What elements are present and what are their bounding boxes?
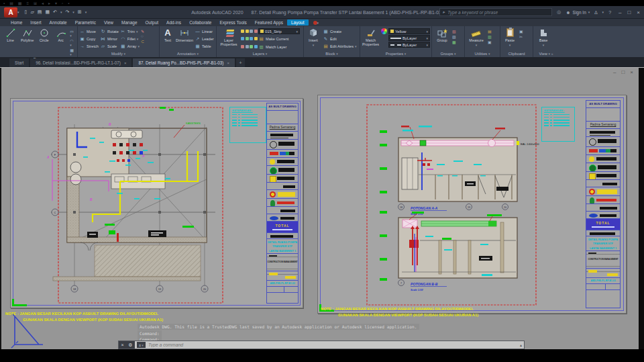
os-icon[interactable]: ◂ bbox=[42, 1, 44, 5]
os-icon[interactable]: ▸ bbox=[48, 1, 50, 5]
drawing-area[interactable]: – □ × bbox=[0, 67, 644, 349]
new-icon[interactable]: ▯ bbox=[25, 9, 28, 15]
close-tab-icon[interactable]: × bbox=[227, 61, 229, 65]
autocad-logo[interactable]: A bbox=[4, 7, 17, 17]
panel-label-modify[interactable]: Modify ▾ bbox=[78, 51, 159, 57]
match-layer-tool[interactable]: ▥Match Layer bbox=[258, 43, 286, 50]
tab-featured-apps[interactable]: Featured Apps bbox=[251, 19, 287, 26]
trim-tool[interactable]: ✂Trim▾ bbox=[120, 28, 140, 35]
tab-home[interactable]: Home bbox=[7, 19, 26, 26]
os-icon[interactable]: ▫ bbox=[62, 1, 63, 5]
edit-attributes-tool[interactable]: ▤Edit Attributes▾ bbox=[323, 42, 357, 50]
layer-properties-tool[interactable]: Layer Properties bbox=[218, 28, 239, 47]
redo-caret-icon[interactable]: ▾ bbox=[72, 10, 74, 14]
close-tab-icon[interactable]: × bbox=[124, 61, 127, 65]
app-store-caret-icon[interactable]: ▾ bbox=[602, 10, 604, 14]
paste-tool[interactable]: Paste ▾ bbox=[502, 28, 518, 47]
layer-on-icon[interactable] bbox=[241, 30, 244, 33]
app-store-icon[interactable]: ∆ bbox=[594, 10, 597, 15]
group-tool[interactable]: Group bbox=[433, 28, 451, 42]
dimension-tool[interactable]: Dimension bbox=[176, 28, 193, 42]
file-tab-start[interactable]: Start bbox=[9, 58, 29, 67]
qat-customize-icon[interactable]: ▾ bbox=[85, 10, 87, 14]
measure-tool[interactable]: Measure ▾ bbox=[466, 28, 486, 47]
plot-icon[interactable]: ▦ bbox=[45, 9, 50, 15]
tab-view[interactable]: View bbox=[100, 19, 117, 26]
base-tool[interactable]: Base ▾ bbox=[535, 28, 552, 47]
rotate-tool[interactable]: ↻Rotate bbox=[100, 28, 119, 35]
os-icon[interactable]: ≡ bbox=[26, 1, 29, 5]
doc-minimize-button[interactable]: – bbox=[613, 69, 616, 75]
layer-dropdown[interactable]: 015_Strip ▾ bbox=[258, 28, 300, 34]
os-icon[interactable]: ▪ bbox=[68, 1, 69, 5]
command-input[interactable] bbox=[146, 343, 520, 347]
sign-in-caret-icon[interactable]: ▾ bbox=[588, 10, 590, 14]
undo-icon[interactable]: ↶ bbox=[53, 9, 57, 15]
rectangle-icon[interactable]: ▭ ▾ bbox=[70, 29, 76, 38]
table-tool[interactable]: ▦Table bbox=[195, 42, 214, 50]
panel-label-properties[interactable]: Properties ▾ bbox=[360, 51, 431, 57]
panel-label-annotation[interactable]: Annotation ▾ bbox=[160, 51, 216, 57]
os-icon[interactable]: ▦ bbox=[18, 1, 22, 5]
layer-lock-icon[interactable] bbox=[250, 30, 253, 33]
doc-close-button[interactable]: × bbox=[630, 69, 633, 75]
tab-parametric[interactable]: Parametric bbox=[71, 19, 100, 26]
new-tab-button[interactable]: + bbox=[236, 58, 245, 67]
restore-button[interactable]: □ bbox=[627, 9, 631, 15]
offset-icon[interactable]: ⊂ bbox=[141, 39, 144, 44]
sign-in[interactable]: ☻ Sign In ▾ bbox=[566, 10, 590, 15]
ellipse-icon[interactable]: ◠ ▾ bbox=[70, 38, 76, 47]
arc-tool[interactable]: Arc bbox=[53, 28, 68, 42]
layer-icon[interactable] bbox=[246, 45, 249, 48]
layer-icon[interactable] bbox=[254, 45, 258, 48]
tab-layout[interactable]: Layout bbox=[287, 19, 309, 26]
tab-express-tools[interactable]: Express Tools bbox=[215, 19, 250, 26]
erase-icon[interactable]: ✎ bbox=[141, 29, 144, 34]
copy-tool[interactable]: ▣Copy bbox=[79, 35, 99, 42]
fillet-tool[interactable]: ◠Fillet▾ bbox=[120, 35, 140, 42]
minimize-button[interactable]: – bbox=[619, 9, 621, 15]
array-tool[interactable]: ▦Array▾ bbox=[120, 42, 140, 50]
tab-collaborate[interactable]: Collaborate bbox=[185, 19, 215, 26]
match-properties-tool[interactable]: Match Properties bbox=[362, 28, 380, 47]
panel-label-clipboard[interactable]: Clipboard bbox=[500, 51, 533, 57]
os-icon[interactable]: ▤ bbox=[9, 1, 13, 5]
stretch-tool[interactable]: →Stretch bbox=[79, 42, 99, 50]
id-point-icon[interactable]: ▣ bbox=[488, 40, 492, 44]
doc-restore-button[interactable]: □ bbox=[621, 69, 625, 75]
help-icon[interactable]: ? bbox=[608, 10, 611, 15]
lineweight-dropdown[interactable]: ByLayer ▾ bbox=[388, 35, 430, 41]
layer-icon[interactable] bbox=[250, 45, 253, 48]
group-select-icon[interactable]: ▩ bbox=[452, 40, 456, 44]
hatch-icon[interactable]: ▦ ▾ bbox=[70, 48, 76, 56]
ungroup-icon[interactable]: ▧ bbox=[452, 29, 456, 34]
create-block-tool[interactable]: ▦Create bbox=[323, 28, 357, 35]
edit-block-tool[interactable]: ✎Edit bbox=[323, 35, 357, 42]
group-edit-icon[interactable]: ▨ bbox=[452, 34, 456, 39]
workspace-icon[interactable]: ⊞ bbox=[78, 9, 82, 15]
search-arrow-icon[interactable]: ▸ bbox=[443, 9, 445, 15]
tab-annotate[interactable]: Annotate bbox=[46, 19, 71, 26]
os-icon[interactable]: ▪ bbox=[3, 1, 5, 5]
tab-manage[interactable]: Manage bbox=[117, 19, 142, 26]
command-prompt-icon[interactable]: ≡▾ bbox=[137, 342, 146, 348]
linetype-dropdown[interactable]: ByLayer ▾ bbox=[388, 42, 430, 48]
file-tab-96[interactable]: 96. Detail Instalasi...BD-PHS-PL-RG-LT.1… bbox=[30, 58, 131, 67]
explode-icon[interactable]: ◌ bbox=[141, 34, 144, 38]
move-tool[interactable]: ↔Move bbox=[79, 28, 99, 35]
tab-insert[interactable]: Insert bbox=[26, 19, 45, 26]
copy-clip-icon[interactable]: ▣ bbox=[519, 29, 523, 34]
file-tab-87[interactable]: 87. Detail Ruang Po...BD-PHS-PL-RP-B1-03… bbox=[133, 58, 235, 67]
close-button[interactable]: × bbox=[637, 9, 640, 15]
insert-tool[interactable]: Insert ▾ bbox=[305, 28, 321, 47]
command-history-up-icon[interactable]: ▴ bbox=[520, 343, 522, 347]
layer-icon[interactable] bbox=[241, 37, 244, 40]
panel-label-block[interactable]: Block ▾ bbox=[304, 51, 360, 57]
panel-label-view[interactable]: View ▾ » bbox=[533, 51, 559, 57]
tab-addins[interactable]: Add-ins bbox=[162, 19, 185, 26]
tab-output[interactable]: Output bbox=[142, 19, 163, 26]
app-menu-caret-icon[interactable]: ▾ bbox=[17, 10, 19, 14]
panel-label-groups[interactable]: Groups ▾ bbox=[432, 51, 464, 57]
make-current-tool[interactable]: ▤Make Current bbox=[258, 35, 288, 42]
undo-caret-icon[interactable]: ▾ bbox=[60, 10, 62, 14]
